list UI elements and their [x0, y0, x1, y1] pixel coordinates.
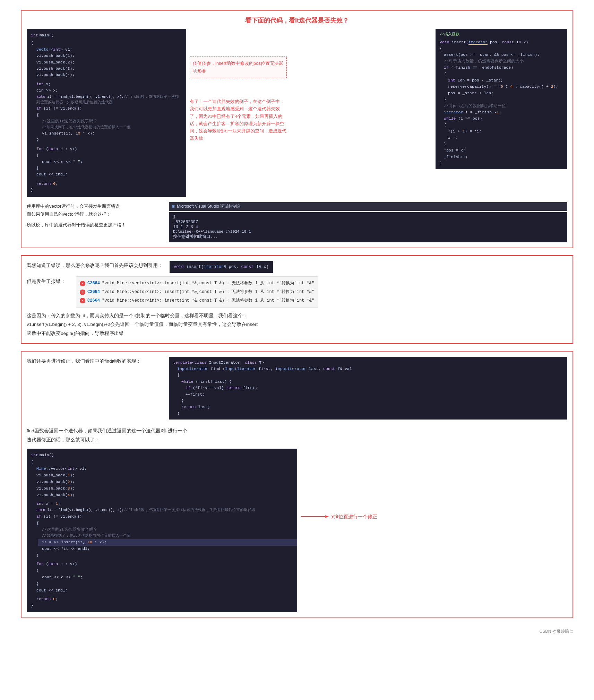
page-container: 看下面的代码，看it迭代器是否失效？ int main() { vector<i… [7, 7, 587, 638]
section2-content: 既然知道了错误，那么怎么修改呢？我们首先应该会想到引用： void insert… [27, 261, 567, 338]
section2-intro: 既然知道了错误，那么怎么修改呢？我们首先应该会想到引用： [27, 261, 163, 270]
section3-content: 我们还要再进行修正，我们看库中的find函数的实现： template<clas… [27, 357, 567, 420]
section2-error-row: 但是发生了报错： ✕ C2664 "void Mine::vector<int>… [27, 276, 567, 308]
section3-middle-text: find函数会返回一个迭代器，如果我们通过返回的这一个迭代器对it进行一个 迭代… [27, 426, 567, 444]
vs-console-title-text: Microsoft Visual Studio 调试控制台 [177, 204, 241, 209]
error-text-1: "void Mine::vector<int>::insert(int *&,c… [102, 279, 314, 287]
section1-bottom-left: 使用库中的vector运行时，会直接发生断言错误 而如果使用自己的vector运… [27, 202, 158, 229]
annotation1-text: 传值传参，insert函数中修改的pos位置无法影响形参 [190, 57, 287, 78]
bottom-code-block: int main() { Mine::vector<int> v1; v1.pu… [27, 449, 297, 613]
error-icon-3: ✕ [80, 298, 85, 303]
section2-body-text: 这是因为：传入的参数为: it，而真实传入的是一个it复制的一个临时变量，这样看… [27, 311, 567, 338]
section3-box: 我们还要再进行修正，我们看库中的find函数的实现： template<clas… [21, 351, 573, 619]
error-text-2: "void Mine::vector<int>::insert(int *&,c… [102, 288, 314, 296]
section3-code-area: int main() { Mine::vector<int> v1; v1.pu… [27, 449, 567, 613]
code-keyword: int [31, 32, 38, 38]
bottom-text2: 而如果使用自己的vector运行，就会这样： [27, 210, 158, 218]
section2-box: 既然知道了错误，那么怎么修改呢？我们首先应该会想到引用： void insert… [21, 255, 573, 344]
section3-intro: 我们还要再进行修正，我们看库中的find函数的实现： [27, 357, 158, 366]
console-area: ⊞ Microsoft Visual Studio 调试控制台 1 -57266… [169, 202, 567, 242]
vs-console: 1 -572662307 10 1 2 3 4 D:\gitee--C++\la… [169, 212, 567, 242]
vs-console-title: ⊞ Microsoft Visual Studio 调试控制台 [169, 202, 567, 211]
error-text-3: "void Mine::vector<int>::insert(int *&,c… [102, 297, 314, 305]
section2-row1: 既然知道了错误，那么怎么修改呢？我们首先应该会想到引用： void insert… [27, 261, 567, 273]
error-item-3: ✕ C2664 "void Mine::vector<int>::insert(… [80, 297, 314, 305]
error-item-1: ✕ C2664 "void Mine::vector<int>::insert(… [80, 279, 314, 287]
section1-content: int main() { vector<int> v1; v1.push_bac… [27, 29, 567, 197]
error-item-2: ✕ C2664 "void Mine::vector<int>::insert(… [80, 288, 314, 296]
insert-code-area: //插入函数 void insert(iterator pos, const T… [436, 29, 567, 197]
csdn-footer: CSDN @爆炒脑仁 [21, 629, 573, 634]
section3-right: template<class InputIterator, class T> I… [169, 357, 567, 420]
main-code-block: int main() { vector<int> v1; v1.push_bac… [27, 29, 186, 197]
insert-code-block: //插入函数 void insert(iterator pos, const T… [436, 29, 567, 169]
find-code-block: template<class InputIterator, class T> I… [169, 357, 567, 420]
section1-title: 看下面的代码，看it迭代器是否失效？ [27, 16, 567, 25]
section2-error-label: 但是发生了报错： [27, 276, 66, 286]
error-icon-1: ✕ [80, 281, 85, 286]
bottom-annotation-area: 对it位置进行一个修正 [301, 513, 377, 520]
section1-bottom: 使用库中的vector运行时，会直接发生断言错误 而如果使用自己的vector运… [27, 202, 567, 242]
error-icon-2: ✕ [80, 289, 85, 295]
bottom-text3: 所以说，库中的迭代器对于错误的检查更加严格！ [27, 221, 158, 229]
annotation-area: 传值传参，insert函数中修改的pos位置无法影响形参 有了上一个迭代器失效的… [190, 29, 432, 197]
annotation-arrow [301, 513, 328, 520]
section2-code-snippet: void insert(iterator& pos, const T& x) [170, 261, 273, 273]
annotation2-text: 有了上一个迭代器失效的例子，在这个例子中，我们可以更加直观地感受到：这个迭代器失… [190, 98, 287, 142]
section3-left: 我们还要再进行修正，我们看库中的find函数的实现： [27, 357, 158, 366]
highlight-line: it = v1.insert(it, 10 * x); [38, 539, 297, 546]
bottom-annotation-text: 对it位置进行一个修正 [331, 513, 377, 520]
bottom-text1: 使用库中的vector运行时，会直接发生断言错误 [27, 202, 158, 210]
section1-box: 看下面的代码，看it迭代器是否失效？ int main() { vector<i… [21, 10, 573, 248]
error-list: ✕ C2664 "void Mine::vector<int>::insert(… [76, 276, 318, 308]
